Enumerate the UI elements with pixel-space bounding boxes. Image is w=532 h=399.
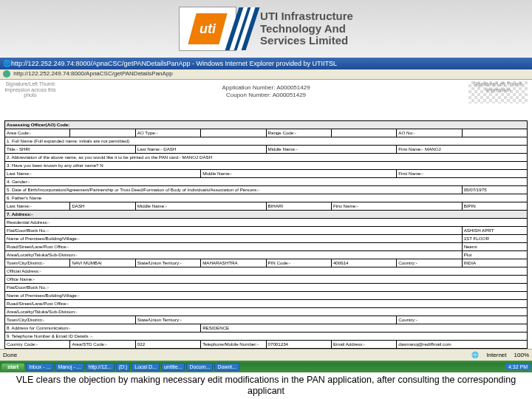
- middlename-cell: Middle Name:-: [266, 145, 397, 153]
- email-l: Email Address:-: [331, 340, 396, 348]
- dob-value: 05/07/1975: [462, 185, 527, 194]
- s3-middle: Middle Name:-: [201, 169, 397, 177]
- off-head: Official Address:-: [5, 267, 528, 275]
- status-zoom[interactable]: 100%: [514, 352, 529, 358]
- aotype-value[interactable]: [201, 129, 266, 137]
- taskbar-item[interactable]: Local D...: [132, 363, 160, 371]
- ao-heading: Assessing Officer(AO) Code:: [5, 120, 528, 129]
- off-name: Office Name:-: [5, 275, 528, 283]
- s8-heading: 8. Address for Communication:-: [5, 324, 201, 332]
- res-head: Residential Address:-: [5, 218, 528, 226]
- zone-icon: 🌐: [471, 352, 479, 358]
- area-code-label: Area Code:-: [5, 129, 70, 137]
- f-first-l: First Name:-: [331, 202, 462, 210]
- flat-v: ASHISH APRT: [462, 226, 527, 234]
- photo-left-caption: Signature/Left Thumb Impression across t…: [4, 81, 56, 98]
- off-country: Country:-: [397, 316, 528, 324]
- taskbar[interactable]: start Inbox - ... Manoj - ... http://12.…: [0, 361, 532, 372]
- f-mid-v: BIHARI: [266, 202, 331, 210]
- tel-l: Telephone/Mobile Number:-: [201, 340, 266, 348]
- taskbar-item[interactable]: Inbox - ...: [26, 363, 53, 371]
- window-titlebar: 🌐 http://122.252.249.74:8000/ApnaCSC/get…: [0, 58, 532, 69]
- start-button[interactable]: start: [1, 364, 24, 370]
- email-v: dasmanoj@rediffmail.com: [397, 340, 528, 348]
- range-value[interactable]: [331, 129, 396, 137]
- cc-l: Country Code:-: [5, 340, 70, 348]
- off-state: State/Union Territory:-: [135, 316, 397, 324]
- taskbar-item[interactable]: untitle...: [161, 363, 185, 371]
- f-mid-l: Middle Name:-: [135, 202, 266, 210]
- status-done: Done: [3, 352, 17, 358]
- area-code-value[interactable]: [70, 129, 135, 137]
- s9-heading: 9. Telephone Number & Email ID Details :…: [5, 332, 528, 340]
- aotype-label: AO Type:-: [135, 129, 200, 137]
- ie-icon: 🌐: [3, 60, 11, 67]
- s1-heading: 1. Full Name (Full expanded name: initia…: [5, 137, 528, 145]
- pin-v: 400614: [331, 259, 396, 267]
- country-v: INDIA: [462, 259, 527, 267]
- area-v: Plot: [462, 250, 527, 259]
- f-last-l: Last Name:-: [5, 202, 70, 210]
- off-town: Town/City/District:-: [5, 316, 136, 324]
- lastname-cell: Last Name:- DASH: [135, 145, 266, 153]
- town-v: NAVI MUMBAI: [70, 259, 135, 267]
- brand-text: UTI Infrastructure Technology And Servic…: [260, 10, 353, 47]
- title-cell: Title:- SHRI: [5, 145, 136, 153]
- prem-v: 1ST FLOOR: [462, 234, 527, 242]
- window-title: http://122.252.249.74:8000/ApnaCSC/getPA…: [11, 60, 337, 67]
- prem-l: Name of Premises/Building/Village:-: [5, 234, 463, 242]
- s5-heading: 5. Date of Birth/Incorporation/Agreement…: [5, 185, 463, 194]
- document-area: Signature/Left Thumb Impression across t…: [0, 80, 532, 357]
- pan-form: Assessing Officer(AO) Code: Area Code:- …: [4, 120, 528, 357]
- s3-first: First Name:-: [397, 169, 528, 177]
- off-prem: Name of Premises/Building/Village:-: [5, 291, 528, 299]
- taskbar-item[interactable]: Downl...: [214, 363, 239, 371]
- flat-l: Flat/Door/Block No.:-: [5, 226, 463, 234]
- aono-label: AO No:-: [397, 129, 462, 137]
- brand-banner: uti UTI Infrastructure Technology And Se…: [0, 0, 532, 58]
- road-v: Neemi: [462, 242, 527, 250]
- address-bar[interactable]: http://122.252.249.74:8000/ApnaCSC/getPA…: [0, 69, 532, 80]
- taskbar-item[interactable]: Manoj - ...: [55, 363, 83, 371]
- taskbar-item[interactable]: http://12...: [86, 363, 115, 371]
- status-zone: Internet: [486, 352, 506, 358]
- std-l: Area/STD Code:-: [70, 340, 135, 348]
- application-number: Application Number: A000051429Coupon Num…: [4, 84, 528, 100]
- s4-heading: 4. Gender:-: [5, 177, 528, 185]
- range-label: Range Code:-: [266, 129, 331, 137]
- off-area: Area/Locality/Taluka/Sub-Division:-: [5, 307, 528, 316]
- state-l: State/Union Territory:-: [135, 259, 200, 267]
- s7-heading: 7. Address:-: [5, 210, 528, 218]
- s3-heading: 3. Have you been known by any other name…: [5, 161, 528, 169]
- aono-value[interactable]: [462, 129, 527, 137]
- s6-heading: 6. Father's Name: [5, 194, 528, 202]
- pin-l: PIN Code:-: [266, 259, 331, 267]
- std-v: 022: [135, 340, 200, 348]
- globe-icon: [3, 70, 10, 78]
- system-tray[interactable]: 4:32 PM: [505, 364, 531, 370]
- ie-statusbar: Done 🌐 Internet 100%: [0, 349, 532, 361]
- off-flat: Flat/Door/Block No.:-: [5, 283, 528, 291]
- firstname-cell: First Name:- MANOJ: [397, 145, 528, 153]
- url-text: http://122.252.249.74:8000/ApnaCSC/getPA…: [13, 70, 173, 77]
- f-last-v: DASH: [70, 202, 135, 210]
- country-l: Country:-: [397, 259, 462, 267]
- s3-last: Last Name:-: [5, 169, 201, 177]
- slide-caption: VLE clears the objection by making neces…: [0, 372, 532, 399]
- s8-value: RESIDENCE: [201, 324, 528, 332]
- taskbar-item[interactable]: Docum...: [186, 363, 213, 371]
- taskbar-item[interactable]: (D:): [116, 363, 131, 371]
- town-l: Town/City/District:-: [5, 259, 70, 267]
- state-v: MAHARASHTRA: [201, 259, 266, 267]
- tel-v: 07001234: [266, 340, 331, 348]
- s2-heading: 2. Abbreviation of the above name, as yo…: [5, 153, 528, 161]
- logo: uti UTI Infrastructure Technology And Se…: [179, 7, 353, 51]
- road-l: Road/Street/Lane/Post Office:-: [5, 242, 463, 250]
- area-l: Area/Locality/Taluka/Sub-Division:-: [5, 250, 463, 259]
- off-road: Road/Street/Lane/Post Office:-: [5, 299, 528, 307]
- f-first-v: BIPIN: [462, 202, 527, 210]
- photo-right-caption: Signature/Left Thumb Impression: [468, 81, 528, 103]
